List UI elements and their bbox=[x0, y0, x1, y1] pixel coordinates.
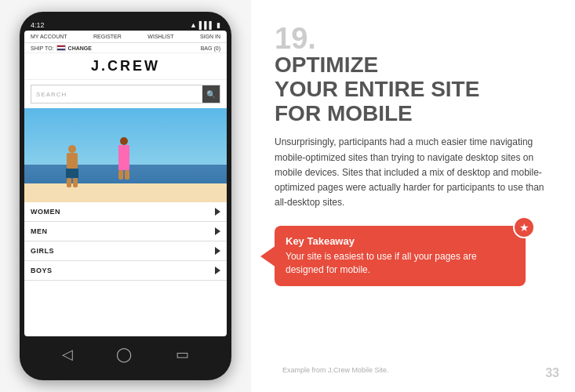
person-bottom-2 bbox=[118, 162, 129, 170]
phone-screen: MY ACCOUNT REGISTER WISHLIST SIGN IN SHI… bbox=[24, 31, 227, 336]
nav-sign-in[interactable]: SIGN IN bbox=[200, 34, 220, 39]
phone-mockup: 4:12 ▲ ▌▌▌ ▮ MY ACCOUNT REGISTER WISHLIS… bbox=[20, 12, 231, 380]
tip-title-line2: YOUR ENTIRE SITE bbox=[275, 77, 479, 101]
leg-left bbox=[67, 178, 71, 187]
star-icon: ★ bbox=[513, 216, 535, 238]
phone-status-bar: 4:12 ▲ ▌▌▌ ▮ bbox=[24, 20, 227, 31]
tip-description: Unsurprisingly, participants had a much … bbox=[275, 135, 551, 210]
phone-time: 4:12 bbox=[31, 21, 45, 29]
source-credit: Example from J.Crew Mobile Site. bbox=[282, 366, 389, 380]
ship-to-label: SHIP TO: bbox=[31, 45, 54, 51]
arrow-icon-boys bbox=[215, 267, 220, 274]
tip-title-line3: FOR MOBILE bbox=[275, 101, 413, 125]
us-flag-icon bbox=[56, 45, 66, 51]
phone-ship-bar: SHIP TO: CHANGE BAG (0) bbox=[24, 43, 227, 53]
page-footer: Example from J.Crew Mobile Site. 33 bbox=[282, 366, 559, 380]
menu-item-men[interactable]: MEN bbox=[24, 222, 227, 241]
menu-item-women[interactable]: WOMEN bbox=[24, 202, 227, 222]
person-body bbox=[67, 153, 78, 169]
search-placeholder: SEARCH bbox=[31, 89, 202, 100]
phone-nav-bottom: ◁ ◯ ▭ bbox=[24, 339, 227, 369]
person-head bbox=[68, 145, 76, 153]
hero-image bbox=[24, 108, 227, 202]
bag-count[interactable]: BAG (0) bbox=[201, 45, 220, 51]
menu-label-men: MEN bbox=[31, 227, 48, 235]
wifi-icon: ▲ bbox=[190, 21, 197, 29]
person-shorts bbox=[66, 169, 78, 178]
brand-logo[interactable]: J.CREW bbox=[24, 53, 227, 80]
change-link[interactable]: CHANGE bbox=[68, 45, 92, 51]
leg-left-2 bbox=[118, 170, 123, 180]
right-panel: 19. OPTIMIZE YOUR ENTIRE SITE FOR MOBILE… bbox=[251, 0, 575, 392]
person-body-2 bbox=[118, 145, 129, 162]
leg-right-2 bbox=[125, 170, 129, 180]
beach-scene bbox=[24, 108, 227, 202]
menu-label-women: WOMEN bbox=[31, 208, 60, 216]
phone-icons: ▲ ▌▌▌ ▮ bbox=[190, 21, 220, 29]
tip-title: OPTIMIZE YOUR ENTIRE SITE FOR MOBILE bbox=[275, 53, 551, 125]
person-legs-2 bbox=[115, 170, 133, 180]
person-female bbox=[115, 137, 133, 188]
left-panel: 4:12 ▲ ▌▌▌ ▮ MY ACCOUNT REGISTER WISHLIS… bbox=[0, 0, 251, 392]
nav-wishlist[interactable]: WISHLIST bbox=[147, 34, 173, 39]
arrow-icon-women bbox=[215, 208, 220, 216]
leg-right bbox=[73, 178, 78, 187]
tip-number: 19. bbox=[275, 24, 551, 53]
back-button[interactable]: ◁ bbox=[62, 346, 73, 363]
nav-account[interactable]: MY ACCOUNT bbox=[31, 34, 67, 39]
search-icon[interactable]: 🔍 bbox=[202, 85, 220, 103]
person-male bbox=[65, 145, 79, 188]
phone-nav-bar: MY ACCOUNT REGISTER WISHLIST SIGN IN bbox=[24, 31, 227, 43]
takeaway-title: Key Takeaway bbox=[286, 235, 494, 247]
arrow-icon-girls bbox=[215, 247, 220, 255]
arrow-icon-men bbox=[215, 227, 220, 235]
person-legs bbox=[65, 178, 79, 187]
battery-icon: ▮ bbox=[217, 21, 220, 29]
recents-button[interactable]: ▭ bbox=[176, 346, 189, 363]
takeaway-box: Key Takeaway Your site is easiest to use… bbox=[275, 226, 526, 286]
search-bar[interactable]: SEARCH 🔍 bbox=[31, 85, 220, 103]
takeaway-text: Your site is easiest to use if all your … bbox=[286, 250, 494, 277]
menu-label-boys: BOYS bbox=[31, 267, 53, 274]
menu-item-boys[interactable]: BOYS bbox=[24, 261, 227, 281]
page-number: 33 bbox=[545, 366, 559, 380]
menu-label-girls: GIRLS bbox=[31, 247, 54, 255]
tip-title-line1: OPTIMIZE bbox=[275, 53, 378, 77]
signal-icon: ▌▌▌ bbox=[199, 21, 214, 29]
person-head-2 bbox=[120, 137, 128, 145]
menu-item-girls[interactable]: GIRLS bbox=[24, 241, 227, 261]
nav-register[interactable]: REGISTER bbox=[93, 34, 122, 39]
home-button[interactable]: ◯ bbox=[116, 346, 132, 363]
ship-left: SHIP TO: CHANGE bbox=[31, 45, 92, 51]
